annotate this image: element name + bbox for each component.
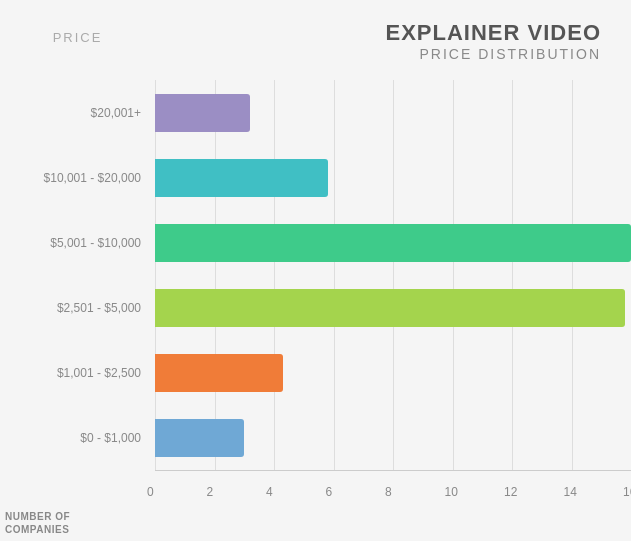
bar (155, 354, 283, 392)
x-tick-label: 2 (207, 485, 214, 499)
bar (155, 224, 631, 262)
bar (155, 159, 328, 197)
bars-area (155, 0, 631, 481)
y-label: $1,001 - $2,500 (0, 341, 155, 406)
y-label: $20,001+ (0, 80, 155, 145)
x-axis-label-area: NUMBER OFCOMPANIES (0, 481, 155, 541)
y-label: $2,501 - $5,000 (0, 276, 155, 341)
bar (155, 419, 244, 457)
y-axis-label: PRICE (0, 30, 155, 45)
chart-container: EXPLAINER VIDEO PRICE DISTRIBUTION PRICE… (0, 0, 631, 541)
bar-row (155, 406, 631, 471)
y-label: $10,001 - $20,000 (0, 145, 155, 210)
y-labels: $20,001+$10,001 - $20,000$5,001 - $10,00… (0, 0, 155, 481)
y-label: $0 - $1,000 (0, 406, 155, 471)
x-tick-label: 16 (623, 485, 631, 499)
x-tick-label: 14 (564, 485, 577, 499)
bar (155, 94, 250, 132)
bar-row (155, 145, 631, 210)
chart-body: PRICE $20,001+$10,001 - $20,000$5,001 - … (0, 0, 631, 481)
x-tick-label: 6 (326, 485, 333, 499)
bar-row (155, 210, 631, 275)
x-tick-label: 10 (445, 485, 458, 499)
x-axis-title: NUMBER OFCOMPANIES (5, 510, 70, 536)
x-tick-label: 8 (385, 485, 392, 499)
x-tick-label: 4 (266, 485, 273, 499)
bar-row (155, 80, 631, 145)
bar-row (155, 276, 631, 341)
x-tick-label: 12 (504, 485, 517, 499)
bottom-area: 0246810121416 (155, 481, 631, 541)
bar (155, 289, 625, 327)
bar-row (155, 341, 631, 406)
y-label: $5,001 - $10,000 (0, 210, 155, 275)
bars-inner (155, 80, 631, 471)
